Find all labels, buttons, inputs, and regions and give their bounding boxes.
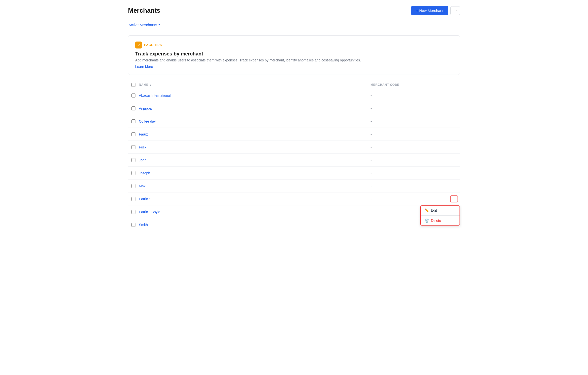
table-row: Joseph - ··· [128, 167, 460, 180]
delete-menu-item[interactable]: 🗑️ Delete [421, 216, 460, 225]
row-checkbox-cell[interactable] [128, 119, 139, 123]
table-row: Patricia - ··· ✏️ Edit 🗑️ Delete [128, 192, 460, 205]
table-row: Max - ··· [128, 180, 460, 192]
merchant-code: - [371, 145, 445, 149]
info-section-label: PAGE TIPS [144, 43, 162, 47]
row-checkbox[interactable] [131, 94, 135, 97]
delete-icon: 🗑️ [425, 219, 429, 223]
row-checkbox[interactable] [131, 171, 135, 175]
edit-icon: ✏️ [425, 208, 429, 212]
row-more-button-active[interactable]: ··· [450, 195, 458, 202]
row-checkbox[interactable] [131, 119, 135, 123]
merchant-code: - [371, 171, 445, 175]
merchant-name[interactable]: Abacus International [139, 94, 371, 97]
table-row: Patricia Boyle - ··· [128, 205, 460, 218]
select-all-checkbox[interactable] [131, 83, 135, 87]
tab-active-merchants-label: Active Merchants [128, 23, 157, 27]
info-box-description: Add merchants and enable users to associ… [135, 58, 453, 62]
merchant-name[interactable]: Coffee day [139, 119, 371, 123]
row-checkbox[interactable] [131, 184, 135, 188]
merchant-name[interactable]: Max [139, 184, 371, 188]
merchant-name[interactable]: Felix [139, 145, 371, 149]
merchant-name[interactable]: Anjappar [139, 106, 371, 110]
sort-asc-icon: ▲ [149, 84, 152, 86]
merchant-name[interactable]: Patricia Boyle [139, 210, 371, 214]
table-row: John - ··· [128, 154, 460, 167]
row-checkbox-cell[interactable] [128, 132, 139, 136]
row-checkbox[interactable] [131, 106, 135, 110]
row-checkbox-cell[interactable] [128, 184, 139, 188]
row-checkbox-cell[interactable] [128, 210, 139, 214]
merchant-code: - [371, 94, 445, 97]
merchant-name[interactable]: Faruzi [139, 132, 371, 136]
row-checkbox[interactable] [131, 223, 135, 227]
merchant-name[interactable]: Patricia [139, 197, 371, 201]
info-box: ? PAGE TIPS Track expenses by merchant A… [128, 35, 460, 75]
row-checkbox[interactable] [131, 210, 135, 214]
ellipsis-icon: ··· [454, 8, 457, 13]
row-checkbox-cell[interactable] [128, 197, 139, 201]
tabs-row: Active Merchants ▾ [128, 20, 460, 30]
table-row: Coffee day - ··· [128, 115, 460, 128]
info-box-header: ? PAGE TIPS [135, 42, 453, 48]
row-checkbox-cell[interactable] [128, 106, 139, 110]
table-header: NAME ▲ MERCHANT CODE [128, 81, 460, 89]
delete-label: Delete [431, 219, 441, 223]
row-checkbox[interactable] [131, 158, 135, 162]
learn-more-link[interactable]: Learn More [135, 65, 153, 69]
merchant-code: - [371, 184, 445, 188]
merchant-code: - [371, 132, 445, 136]
row-checkbox[interactable] [131, 197, 135, 201]
select-all-checkbox-cell[interactable] [128, 83, 139, 87]
row-checkbox-cell[interactable] [128, 223, 139, 227]
dropdown-divider [421, 215, 460, 216]
tab-active-merchants[interactable]: Active Merchants ▾ [128, 20, 164, 30]
merchant-code: - [371, 158, 445, 162]
header-actions: + New Merchant ··· [411, 6, 460, 15]
table-row: Felix - ··· [128, 141, 460, 154]
page-tips-icon: ? [135, 42, 142, 48]
merchant-name[interactable]: Smith [139, 223, 371, 227]
edit-label: Edit [431, 208, 437, 212]
merchant-code: - [371, 197, 445, 201]
row-checkbox[interactable] [131, 145, 135, 149]
row-checkbox[interactable] [131, 132, 135, 136]
row-checkbox-cell[interactable] [128, 145, 139, 149]
row-checkbox-cell[interactable] [128, 171, 139, 175]
info-box-title: Track expenses by merchant [135, 51, 453, 57]
edit-menu-item[interactable]: ✏️ Edit [421, 206, 460, 215]
merchants-table: NAME ▲ MERCHANT CODE Abacus Internationa… [128, 81, 460, 231]
merchant-code: - [371, 106, 445, 110]
chevron-down-icon: ▾ [159, 23, 160, 26]
more-options-button[interactable]: ··· [450, 6, 460, 15]
page-header: Merchants + New Merchant ··· [128, 6, 460, 15]
row-dropdown-menu: ✏️ Edit 🗑️ Delete [420, 205, 460, 226]
row-actions: ··· [445, 195, 460, 202]
table-row: Anjappar - ··· [128, 102, 460, 115]
table-row: Smith - ··· [128, 218, 460, 231]
new-merchant-button[interactable]: + New Merchant [411, 6, 448, 15]
row-checkbox-cell[interactable] [128, 158, 139, 162]
col-header-name: NAME ▲ [139, 83, 371, 87]
table-row: Faruzi - ··· [128, 128, 460, 141]
merchant-name[interactable]: Joseph [139, 171, 371, 175]
table-row: Abacus International - ··· [128, 89, 460, 102]
page-title: Merchants [128, 7, 160, 14]
merchant-name[interactable]: John [139, 158, 371, 162]
merchant-code: - [371, 119, 445, 123]
row-checkbox-cell[interactable] [128, 94, 139, 97]
col-header-merchant-code: MERCHANT CODE [371, 83, 445, 87]
